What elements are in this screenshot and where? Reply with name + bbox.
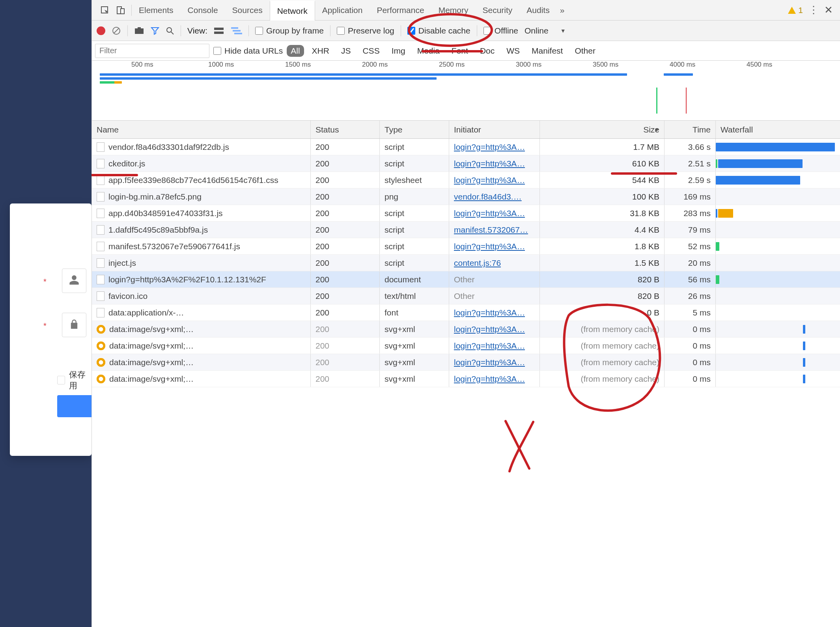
close-icon[interactable]: ✕ [824,4,833,16]
warning-badge[interactable]: 1 [788,6,803,15]
filter-type-img[interactable]: Img [388,45,409,57]
cell-type: script [380,238,449,254]
filter-type-css[interactable]: CSS [358,45,383,57]
tab-audits[interactable]: Audits [519,0,556,20]
table-row[interactable]: app.f5fee339e868cb77ec416d56154c76f1.css… [92,172,840,188]
initiator-link[interactable]: login?g=http%3A… [454,142,525,152]
username-input-icon-box[interactable] [62,269,86,293]
password-input-icon-box[interactable] [62,313,86,337]
col-name[interactable]: Name [92,121,311,138]
filter-type-other[interactable]: Other [571,45,599,57]
preserve-log-checkbox[interactable]: Preserve log [337,26,394,35]
filter-icon[interactable] [151,26,159,35]
tab-memory[interactable]: Memory [431,0,476,20]
filter-type-xhr[interactable]: XHR [308,45,333,57]
tab-elements[interactable]: Elements [132,0,181,20]
cell-size: 0 B [545,308,659,317]
filter-type-all[interactable]: All [287,45,304,57]
filter-type-manifest[interactable]: Manifest [528,45,567,57]
col-waterfall[interactable]: Waterfall [716,121,840,138]
filter-type-js[interactable]: JS [337,45,355,57]
table-row[interactable]: ckeditor.js200scriptlogin?g=http%3A…610 … [92,155,840,172]
table-row[interactable]: vendor.f8a46d33301daf9f22db.js200scriptl… [92,139,840,155]
table-row[interactable]: data:image/svg+xml;…200svg+xmllogin?g=ht… [92,354,840,371]
table-row[interactable]: data:application/x-…200fontlogin?g=http%… [92,304,840,321]
col-time[interactable]: Time [665,121,716,138]
table-row[interactable]: manifest.5732067e7e590677641f.js200scrip… [92,238,840,255]
throttling-select[interactable]: Online ▼ [525,26,566,35]
initiator-link[interactable]: manifest.5732067… [454,225,528,235]
col-size[interactable]: Size▼ [540,121,665,138]
offline-checkbox[interactable]: Offline [483,26,518,35]
cell-waterfall [716,139,840,155]
tab-performance[interactable]: Performance [370,0,431,20]
kebab-menu-icon[interactable]: ⋮ [808,4,819,16]
disable-cache-checkbox[interactable]: Disable cache [407,26,470,35]
device-toggle-icon[interactable] [116,5,126,15]
initiator-link[interactable]: login?g=http%3A… [454,374,525,384]
col-status[interactable]: Status [311,121,380,138]
table-row[interactable]: data:image/svg+xml;…200svg+xmllogin?g=ht… [92,338,840,354]
filter-type-ws[interactable]: WS [502,45,524,57]
clear-icon[interactable] [112,26,121,35]
initiator-link[interactable]: login?g=http%3A… [454,341,525,351]
view-large-icon[interactable] [214,27,224,35]
file-icon [97,258,105,268]
cell-waterfall [716,222,840,238]
table-row[interactable]: favicon.ico200text/htmlOther820 B26 ms [92,288,840,304]
cell-time: 20 ms [669,258,711,268]
tab-console[interactable]: Console [181,0,225,20]
cell-size: 1.8 KB [545,242,659,251]
filter-type-media[interactable]: Media [413,45,444,57]
file-icon [97,308,105,317]
tab-security[interactable]: Security [475,0,519,20]
cell-size: 820 B [545,275,659,284]
tab-sources[interactable]: Sources [225,0,270,20]
cell-type: script [380,139,449,155]
cell-waterfall [716,321,840,337]
login-card: * * 保存用 [10,203,91,456]
initiator-link[interactable]: login?g=http%3A… [454,358,525,367]
col-initiator[interactable]: Initiator [449,121,540,138]
more-tabs-icon[interactable]: » [560,6,565,15]
filter-type-font[interactable]: Font [448,45,472,57]
table-row[interactable]: data:image/svg+xml;…200svg+xmllogin?g=ht… [92,321,840,338]
warning-count: 1 [798,6,803,15]
table-row[interactable]: login-bg.min.a78efc5.png200pngvendor.f8a… [92,188,840,205]
record-button[interactable] [97,26,105,35]
table-row[interactable]: inject.js200scriptcontent.js:761.5 KB20 … [92,255,840,271]
hide-data-urls-checkbox[interactable]: Hide data URLs [213,46,283,56]
lock-icon [69,319,80,332]
initiator-link[interactable]: login?g=http%3A… [454,242,525,251]
initiator-link[interactable]: login?g=http%3A… [454,308,525,317]
table-row[interactable]: 1.dafdf5c495c89a5bbf9a.js200scriptmanife… [92,222,840,238]
inspect-icon[interactable] [100,5,110,15]
filter-bar: Hide data URLs AllXHRJSCSSImgMediaFontDo… [92,41,840,61]
file-name: data:image/svg+xml;… [109,325,194,334]
filter-type-doc[interactable]: Doc [476,45,498,57]
tab-application[interactable]: Application [315,0,370,20]
file-name: data:image/svg+xml;… [109,341,194,351]
initiator-link[interactable]: login?g=http%3A… [454,175,525,185]
cell-status: 200 [311,155,380,172]
search-icon[interactable] [166,26,174,35]
col-type[interactable]: Type [380,121,449,138]
table-row[interactable]: app.d40b348591e474033f31.js200scriptlogi… [92,205,840,222]
cell-size: 4.4 KB [545,225,659,235]
timeline-overview[interactable]: 500 ms1000 ms1500 ms2000 ms2500 ms3000 m… [92,61,840,121]
initiator-link[interactable]: vendor.f8a46d3.… [454,192,522,202]
initiator-link[interactable]: login?g=http%3A… [454,159,525,168]
initiator-link[interactable]: login?g=http%3A… [454,209,525,218]
table-row[interactable]: data:image/svg+xml;…200svg+xmllogin?g=ht… [92,371,840,387]
group-by-frame-checkbox[interactable]: Group by frame [255,26,324,35]
svg-rect-6 [138,27,141,29]
view-waterfall-icon[interactable] [230,26,242,35]
initiator-link[interactable]: login?g=http%3A… [454,325,525,334]
screenshots-icon[interactable] [134,26,144,35]
table-row[interactable]: login?g=http%3A%2F%2F10.1.12.131%2F200do… [92,271,840,288]
initiator-link[interactable]: content.js:76 [454,258,501,268]
filter-input[interactable] [95,44,209,58]
tab-network[interactable]: Network [270,0,315,21]
remember-checkbox[interactable]: 保存用 [57,369,91,391]
cell-type: svg+xml [380,371,449,387]
